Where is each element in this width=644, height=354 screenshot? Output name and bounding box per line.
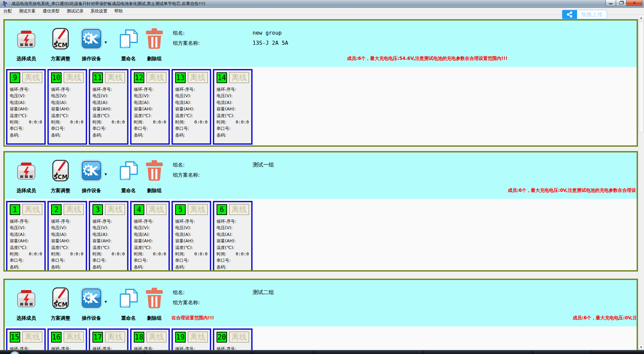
start-orb[interactable]: [9, 351, 20, 354]
taskbar-button[interactable]: [252, 351, 313, 354]
current-label: 电流(A):: [51, 231, 84, 238]
operate-device-button[interactable]: 操作设备: [76, 287, 107, 325]
cell-number: 18: [134, 332, 144, 343]
menu-item-test-record[interactable]: 测试记录: [65, 8, 85, 15]
menu-item-system-settings[interactable]: 系统设置: [88, 8, 109, 15]
time-value: 0:0:0: [236, 119, 250, 125]
adjust-plan-button[interactable]: 方案调整: [45, 160, 76, 198]
time-row: 时间: 0:0:0: [175, 251, 208, 257]
current-label: 电流(A):: [10, 231, 43, 238]
plan-name-label: 组方案名称:: [173, 40, 200, 46]
scrollbar-thumb[interactable]: [639, 22, 644, 133]
maximize-button[interactable]: [616, 0, 627, 6]
battery-cell-card[interactable]: 11 离线 循环-序号: 电压(V): 电流(A): 容量(AH): 温度(℃)…: [89, 69, 128, 145]
time-label: 时间:: [217, 119, 226, 125]
battery-cell-card[interactable]: 6 离线 循环-序号: 电压(V): 电流(A): 容量(AH): 温度(℃):…: [213, 201, 253, 270]
cell-status-badge: 离线: [229, 331, 249, 343]
delete-group-button[interactable]: 删除组: [139, 287, 169, 325]
share-icon: [562, 10, 577, 19]
barcode-label: 条码:: [10, 132, 43, 138]
battery-cell-card[interactable]: 14 离线 循环-序号: 电压(V): 电流(A): 容量(AH): 温度(℃)…: [213, 69, 253, 145]
operate-device-button[interactable]: 操作设备: [76, 160, 107, 198]
adjust-plan-button[interactable]: 方案调整: [45, 28, 76, 66]
battery-cell-card[interactable]: 12 离线 循环-序号: 电压(V): 电流(A): 容量(AH): 温度(℃)…: [130, 69, 170, 145]
operate-device-dropdown-icon[interactable]: ▼: [105, 41, 107, 44]
time-label: 时间:: [10, 251, 20, 257]
serial-port-label: 串口号:: [10, 257, 43, 263]
menu-bar: 分配 测试方案 通信类型 测试记录 系统设置 帮助: [0, 8, 644, 15]
kde-gear-icon: [81, 160, 102, 181]
trash-icon: [144, 28, 165, 49]
battery-test-app-window: { "window": { "title": "成品电池充放电系统_串口通信(此…: [0, 0, 644, 354]
delete-group-button[interactable]: 删除组: [139, 28, 169, 66]
time-label: 时间:: [134, 119, 144, 125]
time-label: 时间:: [175, 119, 185, 125]
battery-cell-card[interactable]: 10 离线 循环-序号: 电压(V): 电流(A): 容量(AH): 温度(℃)…: [47, 69, 87, 145]
temperature-label: 温度(℃):: [10, 112, 43, 119]
select-members-label: 选择成员: [11, 56, 41, 62]
current-label: 电流(A):: [217, 231, 250, 238]
vertical-scrollbar[interactable]: ▲ ▼: [638, 15, 644, 350]
operate-device-dropdown-icon[interactable]: ▼: [105, 300, 107, 304]
plan-name-label: 组方案名称:: [173, 299, 200, 306]
cycle-label: 循环-序号:: [134, 86, 167, 93]
barcode-label: 条码:: [51, 264, 84, 270]
taskbar-button[interactable]: [424, 351, 532, 354]
plan-name-value: 13S-J 2A 5A: [253, 40, 288, 46]
battery-cell-card[interactable]: 9 离线 循环-序号: 电压(V): 电流(A): 容量(AH): 温度(℃):…: [6, 69, 46, 145]
select-members-button[interactable]: 选择成员: [11, 160, 41, 198]
minimize-button[interactable]: [605, 0, 616, 6]
close-button[interactable]: ✕: [626, 0, 642, 6]
battery-cell-card[interactable]: 3 离线 循环-序号: 电压(V): 电流(A): 容量(AH): 温度(℃):…: [89, 201, 128, 270]
taskbar-button[interactable]: [314, 351, 423, 354]
cell-number: 13: [175, 72, 186, 83]
group-name-value: 测试二组: [253, 289, 274, 296]
adjust-plan-button[interactable]: 方案调整: [45, 287, 76, 325]
close-icon: ✕: [633, 1, 636, 5]
taskbar-button[interactable]: [145, 351, 252, 354]
battery-cell-card[interactable]: 5 离线 循环-序号: 电压(V): 电流(A): 容量(AH): 温度(℃):…: [172, 201, 211, 270]
maximize-icon: [619, 1, 623, 5]
cell-number: 19: [175, 332, 186, 343]
group-panel-1: 选择成员 方案调整 操作设备 ▼ 重命名 删除组 组名: 组方案名称: new …: [3, 19, 638, 147]
group-name-label: 组名:: [173, 30, 185, 36]
drag-upload-button[interactable]: 拖拽上传: [562, 10, 607, 19]
cell-fields: 循环-序号: 电压(V): 电流(A): 容量(AH): 温度(℃): 时间: …: [51, 218, 84, 270]
battery-cell-card[interactable]: 2 离线 循环-序号: 电压(V): 电流(A): 容量(AH): 温度(℃):…: [47, 201, 87, 270]
kde-gear-icon: [81, 287, 102, 309]
title-bar: 成品电池充放电系统_串口通信(此设备只针对带保护板成品电池老化测试,禁止测试单节…: [0, 0, 644, 8]
time-row: 时间: 0:0:0: [217, 251, 250, 257]
temperature-label: 温度(℃):: [175, 112, 208, 119]
group-panel-2: 选择成员 方案调整 操作设备 ▼ 重命名 删除组 组名: 组方案名称: 测试一组…: [3, 151, 638, 272]
menu-item-assign[interactable]: 分配: [1, 8, 14, 15]
delete-group-button[interactable]: 删除组: [139, 160, 169, 198]
operate-device-dropdown-icon[interactable]: ▼: [105, 173, 107, 176]
battery-cell-card[interactable]: 4 离线 循环-序号: 电压(V): 电流(A): 容量(AH): 温度(℃):…: [130, 201, 170, 270]
temperature-label: 温度(℃):: [92, 112, 125, 119]
delete-group-label: 删除组: [139, 187, 169, 194]
taskbar-button[interactable]: [27, 351, 144, 354]
scroll-up-icon[interactable]: ▲: [638, 15, 644, 21]
app-icon: [2, 1, 8, 7]
serial-port-label: 串口号:: [10, 125, 43, 132]
capacity-label: 容量(AH):: [92, 238, 125, 244]
select-members-icon: [15, 160, 37, 181]
menu-item-help[interactable]: 帮助: [112, 8, 125, 15]
menu-item-test-plan[interactable]: 测试方案: [17, 8, 38, 15]
operate-device-button[interactable]: 操作设备: [76, 28, 107, 66]
window-title: 成品电池充放电系统_串口通信(此设备只针对带保护板成品电池老化测试,禁止测试单节…: [11, 1, 205, 7]
time-row: 时间: 0:0:0: [92, 119, 125, 125]
voltage-label: 电压(V):: [175, 224, 208, 231]
menu-item-comm-type[interactable]: 通信类型: [41, 8, 62, 15]
scroll-down-icon[interactable]: ▼: [638, 344, 644, 350]
taskbar-button[interactable]: [533, 351, 591, 354]
battery-cell-card[interactable]: 13 离线 循环-序号: 电压(V): 电流(A): 容量(AH): 温度(℃)…: [172, 69, 211, 145]
select-members-button[interactable]: 选择成员: [11, 287, 41, 325]
select-members-button[interactable]: 选择成员: [11, 28, 41, 66]
time-row: 时间: 0:0:0: [134, 251, 167, 257]
time-row: 时间: 0:0:0: [134, 119, 167, 125]
time-row: 时间: 0:0:0: [92, 251, 125, 257]
battery-cell-card[interactable]: 1 离线 循环-序号: 电压(V): 电流(A): 容量(AH): 温度(℃):…: [6, 201, 46, 270]
taskbar: [0, 350, 644, 354]
temperature-label: 温度(℃):: [217, 244, 250, 251]
